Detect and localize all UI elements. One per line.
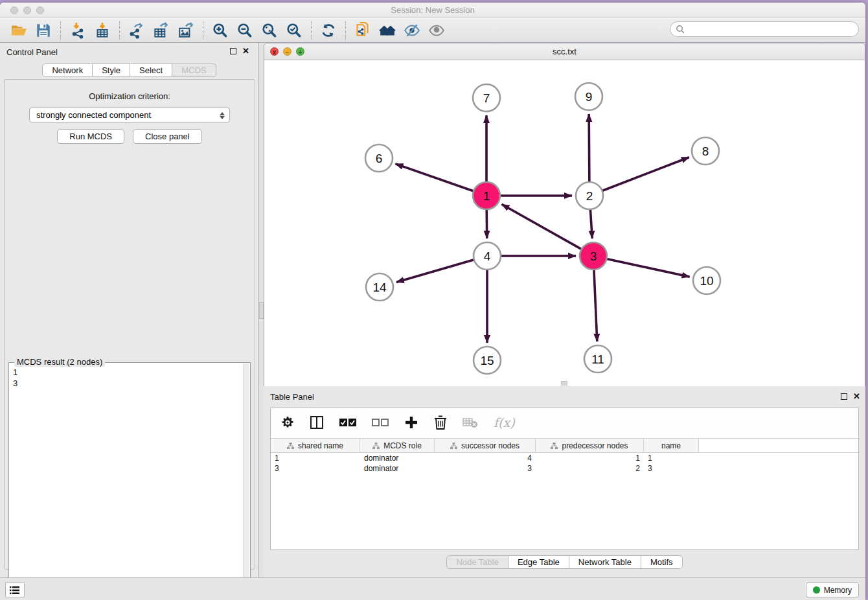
table-toolbar: f(x) bbox=[271, 408, 858, 437]
app-window: Session: New Session bbox=[0, 3, 865, 600]
mcds-tab-content: Optimization criterion: strongly connect… bbox=[4, 79, 255, 570]
cell-shared-name[interactable]: 3 bbox=[271, 463, 360, 474]
network-canvas[interactable]: 7968124314101511 bbox=[264, 60, 865, 386]
save-icon[interactable] bbox=[31, 20, 56, 41]
network-window-title: scc.txt bbox=[264, 47, 865, 56]
cell-name[interactable]: 1 bbox=[644, 453, 699, 463]
run-mcds-button[interactable]: Run MCDS bbox=[57, 129, 124, 144]
tab-style[interactable]: Style bbox=[93, 63, 130, 77]
panel-splitter[interactable] bbox=[259, 43, 264, 580]
cell-predecessor-nodes[interactable]: 1 bbox=[536, 453, 644, 463]
network-window-titlebar[interactable]: x − + scc.txt bbox=[264, 43, 865, 60]
column-header-successor-nodes[interactable]: successor nodes bbox=[435, 439, 536, 452]
cell-shared-name[interactable]: 1 bbox=[271, 453, 360, 463]
task-history-button[interactable] bbox=[5, 583, 25, 597]
toolbar-separator bbox=[119, 21, 120, 40]
add-column-icon[interactable] bbox=[404, 415, 418, 430]
cell-MCDS-role[interactable]: dominator bbox=[360, 463, 435, 474]
tab-mcds[interactable]: MCDS bbox=[172, 63, 216, 77]
node-label-11: 11 bbox=[591, 352, 604, 366]
node-label-8: 8 bbox=[702, 144, 709, 158]
edge-2-8[interactable] bbox=[602, 157, 689, 191]
column-header-shared-name[interactable]: shared name bbox=[271, 439, 360, 452]
node-label-9: 9 bbox=[586, 90, 593, 104]
zoom-fit-icon[interactable] bbox=[257, 20, 282, 41]
zoom-in-icon[interactable] bbox=[208, 20, 233, 41]
import-network-icon[interactable] bbox=[65, 20, 90, 41]
table-body: 1dominator4113dominator323 bbox=[271, 453, 858, 474]
tab-edge-table[interactable]: Edge Table bbox=[508, 555, 569, 569]
search-box[interactable] bbox=[670, 21, 859, 37]
edge-2-3[interactable] bbox=[590, 209, 592, 238]
table-settings-gear-icon[interactable] bbox=[281, 416, 294, 429]
toolbar-separator bbox=[203, 21, 203, 40]
hide-eye-icon[interactable] bbox=[400, 20, 424, 41]
close-table-panel-icon[interactable]: ✕ bbox=[853, 391, 860, 401]
table-panel-title: Table Panel bbox=[270, 392, 314, 402]
criterion-dropdown[interactable]: strongly connected component bbox=[29, 108, 230, 122]
cell-successor-nodes[interactable]: 4 bbox=[435, 453, 536, 463]
table-header-row: shared nameMCDS rolesuccessor nodesprede… bbox=[271, 438, 858, 453]
close-panel-button[interactable]: Close panel bbox=[133, 129, 202, 144]
mcds-result-text[interactable]: 1 3 bbox=[9, 364, 242, 600]
copy-network-icon[interactable] bbox=[350, 20, 375, 41]
dropdown-stepper-icon bbox=[218, 110, 227, 121]
function-builder-icon: f(x) bbox=[494, 415, 515, 430]
cell-predecessor-nodes[interactable]: 2 bbox=[536, 463, 644, 474]
float-table-panel-icon[interactable] bbox=[841, 393, 847, 400]
cell-MCDS-role[interactable]: dominator bbox=[360, 453, 435, 463]
import-table-icon[interactable] bbox=[90, 20, 115, 41]
toolbar-separator bbox=[60, 21, 61, 40]
result-scrollbar[interactable] bbox=[243, 363, 249, 600]
edge-3-1[interactable] bbox=[502, 204, 582, 249]
column-header-name[interactable]: name bbox=[644, 439, 699, 452]
tab-network-table[interactable]: Network Table bbox=[569, 555, 641, 569]
window-title: Session: New Session bbox=[0, 5, 865, 15]
column-header-predecessor-nodes[interactable]: predecessor nodes bbox=[536, 439, 644, 452]
home-icon[interactable] bbox=[375, 20, 400, 41]
column-header-MCDS-role[interactable]: MCDS role bbox=[360, 439, 435, 452]
export-image-icon[interactable] bbox=[174, 20, 198, 41]
mcds-result-group: MCDS result (2 nodes) 1 3 bbox=[8, 362, 251, 600]
criterion-dropdown-value: strongly connected component bbox=[36, 110, 151, 120]
node-label-3: 3 bbox=[590, 249, 597, 263]
memory-status-dot-icon bbox=[813, 586, 820, 594]
splitter-grip[interactable] bbox=[259, 302, 264, 319]
delete-column-icon[interactable] bbox=[434, 415, 447, 430]
close-panel-icon[interactable]: ✕ bbox=[242, 46, 249, 56]
control-panel: Control Panel ✕ NetworkStyleSelectMCDS O… bbox=[0, 43, 259, 580]
table-row[interactable]: 1dominator411 bbox=[271, 453, 858, 463]
tab-network[interactable]: Network bbox=[42, 63, 93, 77]
cell-successor-nodes[interactable]: 3 bbox=[435, 463, 536, 474]
show-eye-icon[interactable] bbox=[424, 20, 449, 41]
memory-button[interactable]: Memory bbox=[806, 583, 859, 597]
edge-1-6[interactable] bbox=[395, 164, 474, 191]
cell-name[interactable]: 3 bbox=[644, 463, 699, 474]
table-row[interactable]: 3dominator323 bbox=[271, 463, 858, 474]
titlebar: Session: New Session bbox=[0, 3, 865, 18]
toolbar-separator bbox=[345, 21, 346, 40]
toolbar-separator bbox=[311, 21, 312, 40]
export-table-icon[interactable] bbox=[149, 20, 174, 41]
refresh-icon[interactable] bbox=[316, 20, 341, 41]
network-scroll-handle[interactable] bbox=[561, 381, 567, 386]
export-network-icon[interactable] bbox=[124, 20, 149, 41]
tab-node-table[interactable]: Node Table bbox=[446, 555, 508, 569]
zoom-out-icon[interactable] bbox=[233, 20, 257, 41]
edge-3-10[interactable] bbox=[607, 259, 690, 277]
show-columns-icon[interactable] bbox=[310, 415, 324, 430]
float-panel-icon[interactable] bbox=[230, 48, 236, 54]
zoom-selected-icon[interactable] bbox=[282, 20, 306, 41]
tab-motifs[interactable]: Motifs bbox=[641, 555, 683, 569]
edge-2-9[interactable] bbox=[589, 114, 589, 182]
open-folder-icon[interactable] bbox=[6, 20, 31, 41]
node-label-2: 2 bbox=[586, 189, 593, 203]
tab-select[interactable]: Select bbox=[130, 63, 172, 77]
node-label-15: 15 bbox=[480, 354, 494, 367]
search-input[interactable] bbox=[685, 25, 847, 34]
edge-4-14[interactable] bbox=[396, 260, 474, 283]
select-all-icon[interactable] bbox=[339, 419, 356, 427]
table-panel-tabs: Node TableEdge TableNetwork TableMotifs bbox=[264, 555, 865, 569]
edge-3-11[interactable] bbox=[594, 270, 597, 341]
deselect-all-icon[interactable] bbox=[372, 419, 389, 427]
